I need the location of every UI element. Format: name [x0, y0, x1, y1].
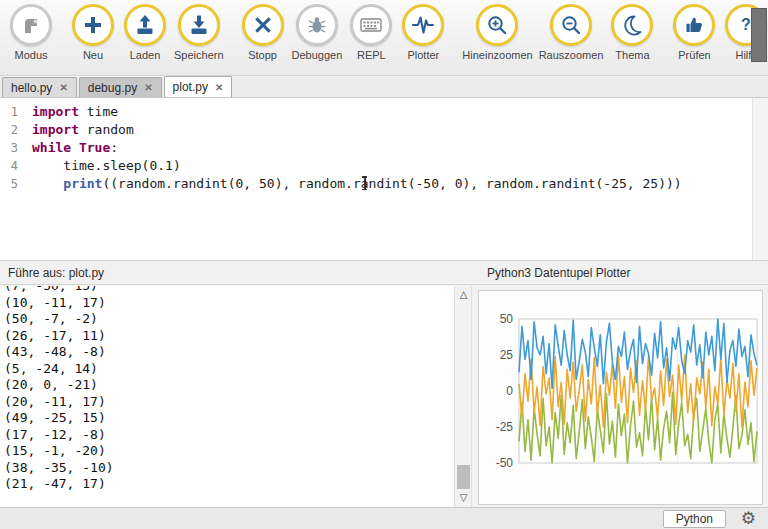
text-cursor-pointer: [360, 176, 369, 190]
line-number: 5: [0, 175, 32, 193]
line-number: 3: [0, 139, 32, 157]
bottom-panel-headers: Führe aus: plot.py Python3 Datentupel Pl…: [0, 260, 768, 285]
tab-close-icon[interactable]: ✕: [215, 82, 223, 93]
output-line: (26, -17, 11): [4, 328, 454, 345]
output-line: (49, -25, 15): [4, 410, 454, 427]
tab-close-icon[interactable]: ✕: [144, 82, 152, 93]
zoom-in-button[interactable]: Hineinzoomen: [459, 4, 535, 61]
stop-icon: [242, 4, 284, 46]
output-line: (38, -35, -10): [4, 460, 454, 477]
output-line: (50, -7, -2): [4, 311, 454, 328]
plotter-label: Plotter: [407, 49, 439, 61]
theme-label: Thema: [615, 49, 649, 61]
repl-keyboard-icon: [350, 4, 392, 46]
zoom-out-button[interactable]: Rauszoomen: [536, 4, 607, 61]
tab-label: hello.py: [11, 81, 52, 95]
editor-line: 2import random: [0, 121, 752, 139]
plotter-panel: 50250-25-50: [478, 290, 763, 505]
debug-button[interactable]: Debuggen: [289, 4, 346, 61]
zoom-in-label: Hineinzoomen: [462, 49, 532, 61]
shell-header: Führe aus: plot.py: [8, 266, 104, 280]
editor-line: 4 time.sleep(0.1): [0, 157, 752, 175]
open-file-label: Laden: [130, 49, 161, 61]
new-file-button[interactable]: Neu: [67, 4, 119, 61]
plotter-icon: [402, 4, 444, 46]
thumbs-up-icon: [673, 4, 715, 46]
svg-text:25: 25: [500, 348, 514, 362]
code-editor[interactable]: 1import time2import random3while True:4 …: [0, 98, 752, 260]
settings-gear-icon[interactable]: ⚙: [741, 508, 756, 529]
mode-icon: [10, 4, 52, 46]
shell-output[interactable]: (7, -50, 15)(10, -11, 17)(50, -7, -2)(26…: [0, 286, 455, 507]
new-file-label: Neu: [83, 49, 103, 61]
mode-button[interactable]: Modus: [5, 4, 57, 61]
line-number: 2: [0, 121, 32, 139]
output-line: (17, -12, -8): [4, 427, 454, 444]
repl-label: REPL: [357, 49, 386, 61]
theme-button[interactable]: Thema: [606, 4, 658, 61]
output-line: (5, -24, 14): [4, 361, 454, 378]
zoom-out-icon: [550, 4, 592, 46]
mode-label: Modus: [14, 49, 47, 61]
line-number: 1: [0, 103, 32, 121]
plotter-header: Python3 Datentupel Plotter: [487, 266, 630, 280]
theme-moon-icon: [611, 4, 653, 46]
line-number: 4: [0, 157, 32, 175]
statusbar: Python ⚙: [0, 507, 768, 529]
svg-text:0: 0: [506, 384, 513, 398]
window-scrollbar-thumb[interactable]: [751, 8, 767, 62]
editor-line: 5 print((random.randint(0, 50), random.r…: [0, 175, 752, 193]
tab-debug-py[interactable]: debug.py ✕: [79, 77, 162, 97]
tab-plot-py[interactable]: plot.py ✕: [164, 76, 233, 97]
zoom-out-label: Rauszoomen: [539, 49, 604, 61]
output-line: (7, -50, 15): [4, 286, 454, 295]
toolbar: Modus Neu Laden Speichern: [0, 0, 768, 76]
interpreter-button[interactable]: Python: [663, 510, 726, 528]
output-line: (15, -1, -20): [4, 443, 454, 460]
debug-label: Debuggen: [292, 49, 343, 61]
open-file-icon: [124, 4, 166, 46]
tab-label: plot.py: [173, 80, 208, 94]
output-line: (20, 0, -21): [4, 377, 454, 394]
save-file-icon: [178, 4, 220, 46]
output-line: (10, -11, 17): [4, 295, 454, 312]
stop-button[interactable]: Stopp: [237, 4, 289, 61]
svg-text:-25: -25: [496, 420, 514, 434]
editor-tabbar: hello.py ✕ debug.py ✕ plot.py ✕: [0, 77, 768, 98]
output-line: (20, -11, 17): [4, 394, 454, 411]
plotter-button[interactable]: Plotter: [397, 4, 449, 61]
editor-line: 3while True:: [0, 139, 752, 157]
repl-button[interactable]: REPL: [345, 4, 397, 61]
plotter-chart: 50250-25-50: [479, 291, 762, 504]
tab-hello-py[interactable]: hello.py ✕: [2, 77, 77, 97]
debug-icon: [296, 4, 338, 46]
editor-line: 1import time: [0, 103, 752, 121]
output-line: (43, -48, -8): [4, 344, 454, 361]
output-line: (21, -47, 17): [4, 476, 454, 493]
tab-close-icon[interactable]: ✕: [59, 82, 67, 93]
zoom-in-icon: [476, 4, 518, 46]
open-file-button[interactable]: Laden: [119, 4, 171, 61]
scrollbar-thumb[interactable]: [457, 465, 470, 489]
tab-label: debug.py: [88, 81, 137, 95]
scroll-down-icon[interactable]: ▽: [455, 491, 472, 505]
svg-text:?: ?: [742, 16, 752, 33]
new-file-icon: [72, 4, 114, 46]
svg-text:-50: -50: [496, 456, 514, 470]
svg-text:50: 50: [500, 312, 514, 326]
save-file-button[interactable]: Speichern: [171, 4, 227, 61]
check-label: Prüfen: [678, 49, 710, 61]
editor-scrollbar[interactable]: [752, 98, 768, 260]
stop-label: Stopp: [248, 49, 277, 61]
save-file-label: Speichern: [174, 49, 224, 61]
shell-scrollbar[interactable]: △ ▽: [455, 286, 472, 507]
check-button[interactable]: Prüfen: [668, 4, 720, 61]
scroll-up-icon[interactable]: △: [455, 288, 472, 302]
